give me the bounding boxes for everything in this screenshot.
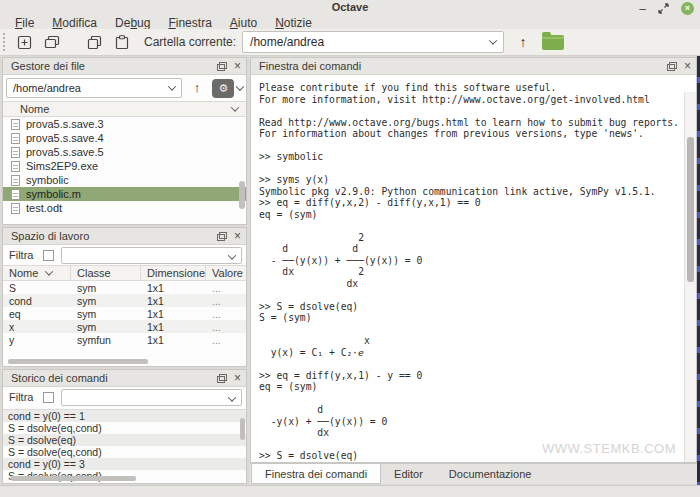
column-header-dimensione[interactable]: Dimensione bbox=[141, 266, 206, 280]
command-window-title: Finestra dei comandi bbox=[259, 60, 667, 72]
undock-icon[interactable] bbox=[667, 62, 677, 71]
close-panel-icon[interactable]: × bbox=[234, 373, 241, 383]
menu-debug[interactable]: Debug bbox=[106, 16, 159, 29]
filter-combobox[interactable] bbox=[61, 247, 242, 264]
history-list: cond = y(0) == 1 S = dsolve(eq,cond) S =… bbox=[3, 409, 246, 482]
file-icon bbox=[11, 119, 20, 130]
file-list: prova5.s.save.3 prova5.s.save.4 prova5.s… bbox=[3, 117, 246, 215]
undock-icon[interactable] bbox=[217, 374, 227, 383]
gear-icon[interactable]: ⚙ bbox=[212, 79, 234, 98]
workspace-panel: Spazio di lavoro × Filtra Nome Classe Di… bbox=[2, 227, 247, 367]
filter-label: Filtra bbox=[9, 391, 33, 403]
file-item[interactable]: prova5.s.save.5 bbox=[3, 145, 246, 159]
menu-aiuto[interactable]: Aiuto bbox=[221, 16, 266, 29]
menu-notizie[interactable]: Notizie bbox=[266, 16, 321, 29]
file-item[interactable]: prova5.s.save.3 bbox=[3, 117, 246, 131]
scrollbar-thumb[interactable] bbox=[8, 359, 148, 364]
open-window-icon[interactable] bbox=[40, 31, 64, 53]
close-button[interactable]: × bbox=[681, 2, 694, 15]
filter-checkbox[interactable] bbox=[43, 392, 54, 403]
workspace-table-header: Nome Classe Dimensione Valore bbox=[3, 265, 246, 281]
window-title: Octave bbox=[0, 1, 700, 13]
file-item[interactable]: test.odt bbox=[3, 201, 246, 215]
file-item[interactable]: Sims2EP9.exe bbox=[3, 159, 246, 173]
chevron-down-icon[interactable] bbox=[483, 32, 503, 52]
path-combobox[interactable]: /home/andrea bbox=[6, 78, 182, 98]
terminal-output-area[interactable]: Please contribute if you find this softw… bbox=[251, 75, 696, 462]
file-icon bbox=[11, 147, 20, 158]
paste-icon[interactable] bbox=[110, 31, 134, 53]
undock-icon[interactable] bbox=[217, 62, 227, 71]
chevron-down-icon[interactable] bbox=[236, 82, 244, 90]
file-browser-title: Gestore dei file bbox=[11, 60, 217, 72]
current-dir-combobox[interactable]: /home/andrea bbox=[242, 31, 504, 53]
file-column-header[interactable]: Nome bbox=[3, 101, 246, 117]
copy-icon[interactable] bbox=[82, 31, 106, 53]
new-script-icon[interactable] bbox=[12, 31, 36, 53]
command-history-panel: Storico dei comandi × Filtra cond = y(0)… bbox=[2, 369, 247, 484]
close-panel-icon[interactable]: × bbox=[234, 61, 241, 71]
tab-editor[interactable]: Editor bbox=[381, 464, 436, 484]
table-row[interactable]: condsym1x1... bbox=[3, 294, 246, 307]
command-window-panel: Finestra dei comandi × Please contribute… bbox=[250, 57, 697, 463]
file-icon bbox=[11, 175, 20, 186]
main-toolbar: Cartella corrente: /home/andrea ↑ bbox=[0, 29, 700, 56]
history-entry[interactable]: cond = y(0) == 1 bbox=[3, 410, 246, 422]
terminal-text: Please contribute if you find this softw… bbox=[251, 75, 696, 462]
file-item[interactable]: symbolic bbox=[3, 173, 246, 187]
menu-bar: File Modifica Debug Finestra Aiuto Notiz… bbox=[0, 16, 700, 29]
menu-modifica[interactable]: Modifica bbox=[43, 16, 106, 29]
filter-checkbox[interactable] bbox=[43, 250, 54, 261]
browse-folder-icon[interactable] bbox=[542, 35, 564, 50]
bottom-tab-bar: Finestra dei comandi Editor Documentazio… bbox=[250, 463, 697, 484]
close-panel-icon[interactable]: × bbox=[234, 231, 241, 241]
history-entry[interactable]: cond = y(0) == 3 bbox=[3, 458, 246, 470]
chevron-down-icon[interactable] bbox=[223, 248, 241, 266]
folder-up-button[interactable]: ↑ bbox=[188, 78, 206, 98]
title-bar: Octave – × bbox=[0, 0, 700, 16]
tab-documentazione[interactable]: Documentazione bbox=[436, 464, 545, 484]
workspace-title: Spazio di lavoro bbox=[11, 230, 217, 242]
sort-chevron-icon[interactable] bbox=[231, 103, 239, 111]
toolbar-drag-handle[interactable] bbox=[3, 33, 6, 51]
menu-file[interactable]: File bbox=[6, 16, 43, 29]
file-icon bbox=[11, 203, 20, 214]
scrollbar-thumb[interactable] bbox=[11, 476, 136, 481]
undock-icon[interactable] bbox=[217, 232, 227, 241]
chevron-down-icon[interactable] bbox=[223, 390, 241, 408]
column-header-classe[interactable]: Classe bbox=[71, 266, 141, 280]
dir-up-button[interactable]: ↑ bbox=[512, 31, 534, 53]
filter-combobox[interactable] bbox=[61, 389, 242, 406]
history-entry[interactable]: S = dsolve(eq) bbox=[3, 434, 246, 446]
file-item-selected[interactable]: symbolic.m bbox=[3, 187, 246, 201]
file-icon bbox=[11, 133, 20, 144]
path-value: /home/andrea bbox=[13, 82, 81, 94]
tab-finestra-dei-comandi[interactable]: Finestra dei comandi bbox=[251, 464, 381, 484]
column-header-valore[interactable]: Valore bbox=[206, 266, 246, 280]
scrollbar-thumb[interactable] bbox=[239, 181, 245, 209]
table-row[interactable]: Ssym1x1... bbox=[3, 281, 246, 294]
column-header-nome[interactable]: Nome bbox=[3, 266, 71, 280]
menu-finestra[interactable]: Finestra bbox=[159, 16, 220, 29]
history-entry[interactable]: S = dsolve(eq,cond) bbox=[3, 446, 246, 458]
status-bar bbox=[0, 485, 700, 497]
file-icon bbox=[11, 161, 20, 172]
file-icon bbox=[11, 189, 20, 200]
current-dir-value: /home/andrea bbox=[250, 35, 324, 49]
scrollbar-thumb[interactable] bbox=[687, 137, 694, 282]
minimize-button[interactable]: – bbox=[639, 3, 646, 15]
current-dir-label: Cartella corrente: bbox=[144, 35, 236, 49]
filter-label: Filtra bbox=[9, 249, 33, 261]
file-browser-panel: Gestore dei file × /home/andrea ↑ ⚙ Nome… bbox=[2, 57, 247, 225]
history-title: Storico dei comandi bbox=[11, 372, 217, 384]
scrollbar-track[interactable] bbox=[684, 92, 696, 462]
scrollbar-thumb[interactable] bbox=[240, 418, 245, 440]
maximize-icon[interactable] bbox=[658, 3, 669, 14]
table-row[interactable]: xsym1x1... bbox=[3, 320, 246, 333]
history-entry[interactable]: S = dsolve(eq,cond) bbox=[3, 422, 246, 434]
table-row[interactable]: ysymfun1x1... bbox=[3, 333, 246, 346]
file-item[interactable]: prova5.s.save.4 bbox=[3, 131, 246, 145]
chevron-down-icon[interactable] bbox=[163, 79, 181, 97]
close-panel-icon[interactable]: × bbox=[684, 61, 691, 71]
table-row[interactable]: eqsym1x1... bbox=[3, 307, 246, 320]
